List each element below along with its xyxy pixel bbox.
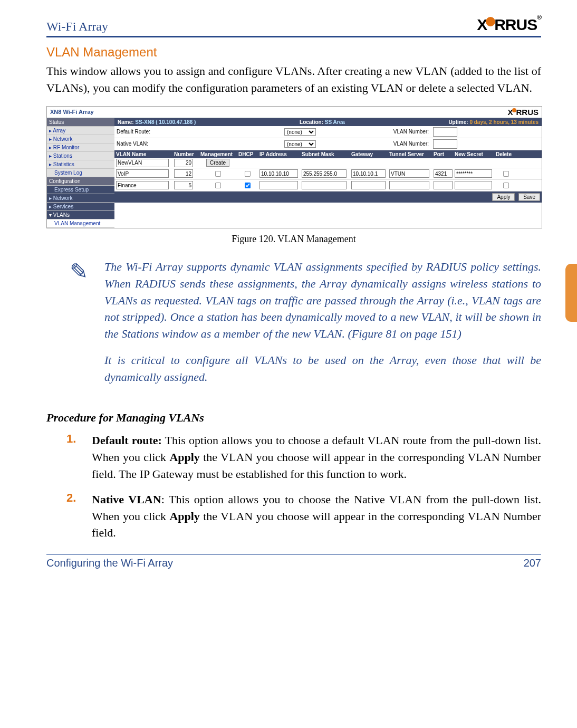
nav-services[interactable]: ▸ Services (47, 203, 114, 211)
procedure-step: 2.Native VLAN: This option allows you to… (66, 491, 541, 542)
default-route-vlan-number-input[interactable] (433, 127, 457, 137)
vlan-number-input[interactable] (174, 169, 193, 178)
note-text: The Wi-Fi Array supports dynamic VLAN as… (104, 258, 541, 395)
create-button[interactable]: Create (206, 159, 229, 167)
note-icon: ✎ (70, 261, 93, 397)
vlan-table-header: VLAN NameNumberManagementDHCPIP AddressS… (114, 150, 542, 158)
native-vlan-select[interactable]: (none) (284, 140, 316, 148)
page-tab (565, 264, 577, 322)
figure-caption: Figure 120. VLAN Management (46, 234, 541, 245)
procedure-step: 1.Default route: This option allows you … (66, 432, 541, 483)
brand-logo-reg: ® (537, 14, 541, 21)
vlan-row (114, 168, 542, 180)
shot-info-bar: Name: SS-XN8 ( 10.100.47.186 ) Location:… (114, 118, 542, 126)
intro-text: This window allows you to assign and con… (46, 63, 541, 97)
apply-button[interactable]: Apply (492, 193, 515, 201)
new-secret-input[interactable] (455, 169, 492, 178)
save-button[interactable]: Save (518, 193, 540, 201)
screenshot-vlan-management: XN8 Wi-Fi Array XRRUS Status ▸ Array ▸ N… (46, 106, 542, 228)
shot-location-value: SS Area (325, 119, 345, 125)
nav-statistics[interactable]: ▸ Statistics (47, 160, 114, 169)
dhcp-checkbox[interactable] (245, 183, 251, 188)
tunnel-server-input[interactable] (389, 169, 429, 178)
port-input[interactable] (434, 181, 453, 189)
step-number: 1. (66, 432, 80, 483)
footer-left: Configuring the Wi-Fi Array (46, 557, 173, 569)
shot-uptime-value: 0 days, 2 hours, 13 minutes (469, 119, 538, 125)
default-route-select[interactable]: (none) (284, 128, 316, 136)
nav-configuration[interactable]: Configuration (47, 177, 114, 186)
nav-network2[interactable]: ▸ Network (47, 194, 114, 203)
shot-brand-logo: XRRUS (507, 108, 538, 117)
vlan-name-input[interactable] (116, 181, 169, 189)
page-header: Wi-Fi Array XRRUS® (46, 16, 541, 37)
nav-status[interactable]: Status (47, 118, 114, 127)
nav-array[interactable]: ▸ Array (47, 127, 114, 135)
gateway-input[interactable] (351, 181, 386, 189)
management-checkbox[interactable] (215, 183, 221, 188)
default-route-label: Default Route: (117, 129, 169, 135)
nav-vlans[interactable]: ▾ VLANs (47, 211, 114, 219)
native-vlan-number-label: VLAN Number: (383, 141, 431, 147)
native-vlan-label: Native VLAN: (117, 141, 169, 147)
ip-address-input[interactable] (259, 169, 298, 178)
step-number: 2. (66, 491, 80, 542)
native-vlan-number-input[interactable] (433, 139, 457, 149)
vlan-name-input[interactable] (116, 159, 169, 167)
page-footer: Configuring the Wi-Fi Array 207 (46, 554, 541, 569)
default-route-vlan-number-label: VLAN Number: (383, 129, 431, 135)
brand-logo-x: X (477, 16, 487, 34)
nav-express-setup[interactable]: Express Setup (47, 186, 114, 194)
subnet-mask-input[interactable] (302, 169, 347, 178)
subnet-mask-input[interactable] (302, 181, 347, 189)
nav-rf-monitor[interactable]: ▸ RF Monitor (47, 143, 114, 152)
vlan-row: Create (114, 158, 542, 168)
shot-name-value: SS-XN8 ( 10.100.47.186 ) (135, 119, 196, 125)
footer-page-number: 207 (524, 557, 541, 569)
step-text: Native VLAN: This option allows you to c… (92, 491, 541, 542)
section-title: VLAN Management (46, 45, 541, 60)
ip-address-input[interactable] (259, 181, 298, 189)
brand-logo: XRRUS® (477, 16, 541, 34)
brand-logo-rest: RRUS (494, 16, 537, 34)
nav-system-log[interactable]: System Log (47, 169, 114, 177)
vlan-name-input[interactable] (116, 169, 169, 178)
shot-sidebar: Status ▸ Array ▸ Network ▸ RF Monitor ▸ … (47, 118, 114, 228)
product-name: Wi-Fi Array (46, 20, 108, 34)
vlan-row (114, 180, 542, 191)
vlan-number-input[interactable] (174, 181, 193, 189)
shot-window-title: XN8 Wi-Fi Array (50, 109, 94, 115)
delete-checkbox[interactable] (503, 183, 509, 188)
vlan-number-input[interactable] (174, 159, 193, 167)
procedure-heading: Procedure for Managing VLANs (46, 411, 541, 425)
gateway-input[interactable] (351, 169, 386, 178)
new-secret-input[interactable] (455, 181, 492, 189)
tunnel-server-input[interactable] (389, 181, 429, 189)
nav-vlan-management[interactable]: VLAN Management (47, 219, 114, 228)
delete-checkbox[interactable] (503, 171, 509, 177)
nav-network[interactable]: ▸ Network (47, 135, 114, 143)
nav-stations[interactable]: ▸ Stations (47, 152, 114, 160)
management-checkbox[interactable] (215, 171, 221, 177)
shot-brand-dot-icon (512, 108, 516, 112)
step-text: Default route: This option allows you to… (92, 432, 541, 483)
dhcp-checkbox[interactable] (245, 171, 251, 177)
port-input[interactable] (434, 169, 453, 178)
